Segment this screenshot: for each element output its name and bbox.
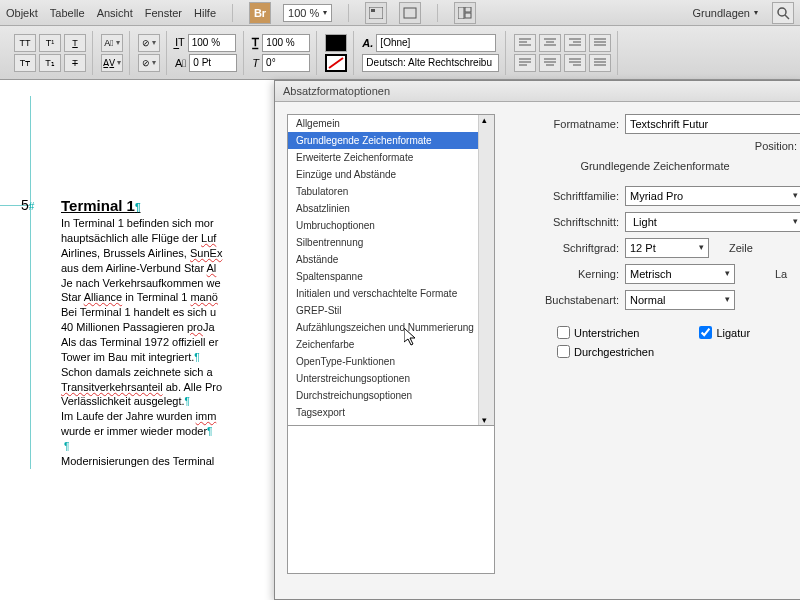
hscale-icon: T̲ — [252, 36, 259, 49]
menu-fenster[interactable]: Fenster — [145, 7, 182, 19]
body-line: Modernisierungen des Terminal — [61, 454, 280, 469]
leading-label: Zeile — [709, 242, 759, 254]
text-frame[interactable]: 5 Terminal 1 In Terminal 1 befinden sich… — [30, 96, 280, 469]
svg-rect-4 — [465, 7, 471, 12]
kerning-select[interactable]: Metrisch — [625, 264, 735, 284]
zoom-level[interactable]: 100 %▾ — [283, 4, 332, 22]
category-item[interactable]: Absatzlinien — [288, 200, 494, 217]
fontfamily-label: Schriftfamilie: — [507, 190, 625, 202]
justify-center-btn[interactable] — [539, 54, 561, 72]
category-item[interactable]: Tabulatoren — [288, 183, 494, 200]
allcaps-btn[interactable]: TT — [14, 34, 36, 52]
category-item[interactable]: Abstände — [288, 251, 494, 268]
category-item[interactable]: Tagsexport — [288, 404, 494, 421]
kerning-av-btn[interactable]: Aͮ — [101, 34, 123, 52]
bridge-button[interactable]: Br — [249, 2, 271, 24]
body-line: Verlässlichkeit ausgelegt. — [61, 394, 280, 409]
language-select[interactable] — [362, 54, 499, 72]
separator — [232, 4, 233, 22]
category-item[interactable]: Unterstreichungsoptionen — [288, 370, 494, 387]
category-item[interactable]: Erweiterte Zeichenformate — [288, 149, 494, 166]
cursor-icon — [404, 328, 420, 348]
charstyle-icon: A. — [362, 37, 373, 49]
dialog-title: Absatzformatoptionen — [275, 81, 800, 102]
separator — [437, 4, 438, 22]
category-item[interactable]: GREP-Stil — [288, 302, 494, 319]
fontsize-select[interactable]: 12 Pt — [625, 238, 709, 258]
smallcaps-btn[interactable]: Tᴛ — [14, 54, 36, 72]
category-item[interactable]: Aufzählungszeichen und Nummerierung — [288, 319, 494, 336]
fontfamily-select[interactable]: Myriad Pro — [625, 186, 800, 206]
category-item[interactable]: Silbentrennung — [288, 234, 494, 251]
underline-checkbox[interactable]: Unterstrichen — [557, 326, 639, 339]
vscale-input[interactable] — [188, 34, 236, 52]
control-panel: TT T¹ T Tᴛ T₁ T Aͮ A̲V̲ ⊘ ⊘ I̲T Aͣ T̲ T … — [0, 26, 800, 80]
category-item[interactable]: Einzüge und Abstände — [288, 166, 494, 183]
body-line: Tower im Bau mit integriert. — [61, 350, 280, 365]
svg-rect-5 — [465, 13, 471, 18]
fontstyle-label: Schriftschnitt: — [507, 216, 625, 228]
charstyle-select[interactable] — [376, 34, 496, 52]
position-label: Position: — [507, 140, 800, 152]
align-left-btn[interactable] — [514, 34, 536, 52]
fontsize-label: Schriftgrad: — [507, 242, 625, 254]
menu-objekt[interactable]: Objekt — [6, 7, 38, 19]
screen-mode-icon[interactable] — [399, 2, 421, 24]
svg-rect-3 — [458, 7, 464, 19]
stepper-icon[interactable]: ⊘ — [138, 54, 160, 72]
fontstyle-select[interactable]: Light — [625, 212, 800, 232]
menu-hilfe[interactable]: Hilfe — [194, 7, 216, 19]
scrollbar[interactable] — [478, 115, 494, 425]
form-panel: Formatname: Textschrift Futur Position: … — [507, 114, 800, 574]
align-center-btn[interactable] — [539, 34, 561, 52]
underline-btn[interactable]: T — [64, 34, 86, 52]
category-item[interactable]: Grundlegende Zeichenformate — [288, 132, 494, 149]
svg-line-7 — [785, 15, 789, 19]
skew-icon: T — [252, 57, 259, 69]
align-right-btn[interactable] — [564, 34, 586, 52]
fill-swatch[interactable] — [325, 34, 347, 52]
ligature-checkbox[interactable]: Ligatur — [699, 326, 750, 339]
kerning-label: Kerning: — [507, 268, 625, 280]
category-item[interactable]: Spaltenspanne — [288, 268, 494, 285]
baseline-input[interactable] — [189, 54, 237, 72]
formatname-label: Formatname: — [507, 118, 625, 130]
baseline-icon: Aͣ — [175, 57, 186, 69]
arrange-icon[interactable] — [454, 2, 476, 24]
category-item[interactable]: OpenType-Funktionen — [288, 353, 494, 370]
body-line: In Terminal 1 befinden sich mor — [61, 216, 280, 231]
section-heading: Grundlegende Zeichenformate — [507, 160, 800, 172]
category-list[interactable]: AllgemeinGrundlegende ZeichenformateErwe… — [287, 114, 495, 574]
category-item[interactable]: Initialen und verschachtelte Formate — [288, 285, 494, 302]
justify-right-btn[interactable] — [564, 54, 586, 72]
justify-all-btn[interactable] — [589, 54, 611, 72]
tracking-av-btn[interactable]: A̲V̲ — [101, 54, 123, 72]
search-icon[interactable] — [772, 2, 794, 24]
category-item[interactable]: Durchstreichungsoptionen — [288, 387, 494, 404]
menu-tabelle[interactable]: Tabelle — [50, 7, 85, 19]
strike-btn[interactable]: T — [64, 54, 86, 72]
category-item[interactable]: Allgemein — [288, 115, 494, 132]
category-item[interactable]: Umbruchoptionen — [288, 217, 494, 234]
menu-ansicht[interactable]: Ansicht — [97, 7, 133, 19]
stroke-swatch[interactable] — [325, 54, 347, 72]
strikethrough-checkbox[interactable]: Durchgestrichen — [557, 345, 654, 358]
case-select[interactable]: Normal — [625, 290, 735, 310]
skew-input[interactable] — [262, 54, 310, 72]
body-line: Als das Terminal 1972 offiziell er — [61, 335, 280, 350]
body-line: Im Laufe der Jahre wurden imm — [61, 409, 280, 424]
view-options-icon[interactable] — [365, 2, 387, 24]
body-line: Star Alliance in Terminal 1 manö — [61, 290, 280, 305]
subscript-btn[interactable]: T₁ — [39, 54, 61, 72]
stepper-icon[interactable]: ⊘ — [138, 34, 160, 52]
hscale-input[interactable] — [262, 34, 310, 52]
superscript-btn[interactable]: T¹ — [39, 34, 61, 52]
category-item[interactable]: Zeichenfarbe — [288, 336, 494, 353]
formatname-input[interactable]: Textschrift Futur — [625, 114, 800, 134]
justify-left-btn[interactable] — [514, 54, 536, 72]
justify-btn[interactable] — [589, 34, 611, 52]
workspace-switcher[interactable]: Grundlagen▾ — [687, 5, 765, 21]
body-line: Airlines, Brussels Airlines, SunEx — [61, 246, 280, 261]
svg-rect-2 — [404, 8, 416, 18]
menu-bar: Objekt Tabelle Ansicht Fenster Hilfe Br … — [0, 0, 800, 26]
